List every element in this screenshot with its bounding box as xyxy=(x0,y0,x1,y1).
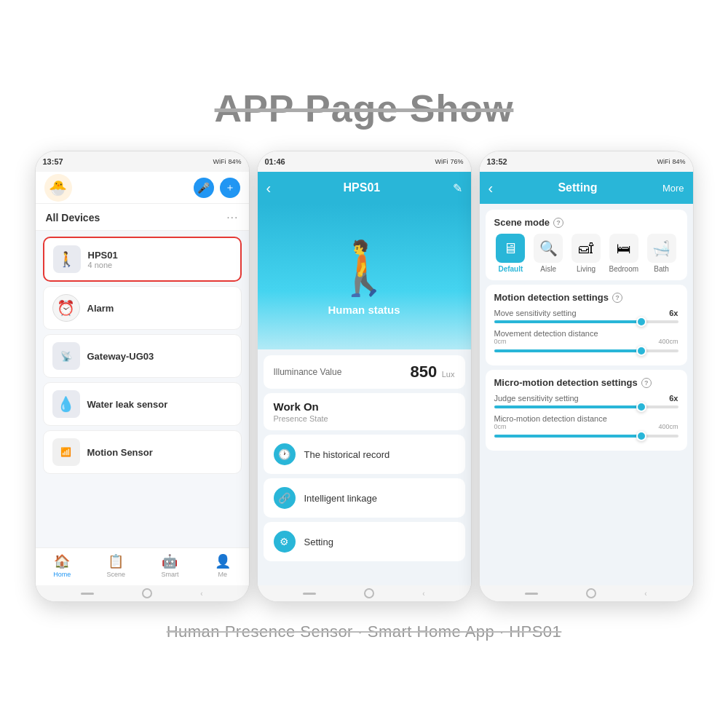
bottom-nav: 🏠 Home 📋 Scene 🤖 Smart 👤 Me xyxy=(36,547,249,585)
device-item-hps01[interactable]: 🚶 HPS01 4 none xyxy=(43,237,242,282)
sensitivity-label: Move sensitivity setting 6x xyxy=(494,309,678,317)
micro-motion-card: Micro-motion detection settings ? Judge … xyxy=(486,370,687,451)
nav-me[interactable]: 👤 Me xyxy=(215,553,231,578)
phone2-content: Illuminance Value 850 Lux Work On Presen… xyxy=(258,349,471,585)
micro-sens-thumb[interactable] xyxy=(636,402,646,412)
device-item-water[interactable]: 💧 Water leak sensor xyxy=(43,382,242,426)
history-icon: 🕐 xyxy=(274,443,296,465)
alarm-icon: ⏰ xyxy=(52,294,80,322)
phone1-status-bar: 13:57 WiFi 84% xyxy=(36,151,249,172)
motion-dist-max: 400cm xyxy=(658,338,678,345)
history-label: The historical record xyxy=(304,449,390,460)
scene-bedroom[interactable]: 🛏 Bedroom xyxy=(607,234,641,273)
me-icon: 👤 xyxy=(215,553,231,569)
work-on-title: Work On xyxy=(274,400,455,413)
bath-mode-label: Bath xyxy=(654,265,669,273)
scene-mode-help-icon[interactable]: ? xyxy=(553,218,563,228)
phone2-gesture-back: ‹ xyxy=(422,590,424,598)
phone2-time: 01:46 xyxy=(265,157,285,166)
motion-distance-range: 0cm 400cm xyxy=(494,338,678,345)
phone1-nav-icons: 🎤 ＋ xyxy=(194,178,240,198)
microphone-button[interactable]: 🎤 xyxy=(194,178,214,198)
phone3-time: 13:52 xyxy=(487,157,507,166)
device-item-motion[interactable]: 📶 Motion Sensor xyxy=(43,430,242,474)
intelligent-linkage-item[interactable]: 🔗 Intelligent linkage xyxy=(264,478,465,518)
motion-distance-slider-section: Movement detection distance 0cm 400cm xyxy=(494,329,678,352)
user-avatar[interactable]: 🐣 xyxy=(44,174,72,202)
add-device-button[interactable]: ＋ xyxy=(220,178,240,198)
history-record-item[interactable]: 🕐 The historical record xyxy=(264,435,465,474)
nav-home[interactable]: 🏠 Home xyxy=(53,553,71,578)
micro-sensitivity-slider[interactable] xyxy=(494,405,678,408)
illuminance-unit: Lux xyxy=(442,370,455,379)
nav-scene[interactable]: 📋 Scene xyxy=(107,553,126,578)
motion-distance-label: Movement detection distance xyxy=(494,329,678,338)
gateway-name: Gateway-UG03 xyxy=(87,351,154,362)
illuminance-value: 850 xyxy=(411,363,438,381)
sensitivity-slider-thumb[interactable] xyxy=(636,317,646,327)
scene-aisle[interactable]: 🔍 Aisle xyxy=(531,234,565,273)
all-devices-title: All Devices xyxy=(46,212,100,223)
phone3-gesture-home xyxy=(586,588,596,598)
hps01-name: HPS01 xyxy=(88,250,118,261)
illuminance-card: Illuminance Value 850 Lux xyxy=(264,355,465,389)
phone3-status-icons: WiFi 84% xyxy=(657,158,685,165)
gesture-lines xyxy=(81,593,94,595)
default-mode-label: Default xyxy=(498,265,523,273)
bedroom-mode-icon: 🛏 xyxy=(609,234,638,263)
phone2-header: ‹ HPS01 ✎ xyxy=(258,172,471,204)
sensitivity-slider-section: Move sensitivity setting 6x xyxy=(494,309,678,323)
illuminance-label: Illuminance Value xyxy=(274,367,342,377)
phone2-hero: 🚶 Human status xyxy=(258,204,471,349)
micro-dist-thumb[interactable] xyxy=(636,431,646,441)
motion-distance-slider[interactable] xyxy=(494,349,678,352)
linkage-label: Intelligent linkage xyxy=(304,493,377,504)
motion-detection-help-icon[interactable]: ? xyxy=(612,293,622,303)
phone3-gesture-lines xyxy=(525,593,538,595)
phone3-wifi: WiFi xyxy=(657,158,670,165)
scene-default[interactable]: 🖥 Default xyxy=(494,234,528,273)
phone3: 13:52 WiFi 84% ‹ Setting More Scene mode… xyxy=(479,151,694,602)
sensitivity-value: 6x xyxy=(669,309,678,317)
gesture-home-button xyxy=(142,588,152,598)
micro-motion-help-icon[interactable]: ? xyxy=(641,378,652,388)
phone2-edit-button[interactable]: ✎ xyxy=(453,181,462,195)
smart-icon: 🤖 xyxy=(162,553,178,569)
motion-name: Motion Sensor xyxy=(87,447,153,458)
device-item-alarm[interactable]: ⏰ Alarm xyxy=(43,286,242,330)
nav-me-label: Me xyxy=(218,571,228,578)
micro-distance-section: Micro-motion detection distance 0cm 400c… xyxy=(494,414,678,438)
scene-icon: 📋 xyxy=(108,553,124,569)
all-devices-more[interactable]: ··· xyxy=(226,211,238,224)
micro-distance-slider[interactable] xyxy=(494,435,678,438)
scene-modes: 🖥 Default 🔍 Aisle 🛋 Living 🛏 Bedroom xyxy=(494,234,678,273)
nav-smart-label: Smart xyxy=(161,571,178,578)
micro-sensitivity-value: 6x xyxy=(669,394,678,403)
default-mode-icon: 🖥 xyxy=(496,234,525,263)
device-item-gateway[interactable]: 📡 Gateway-UG03 xyxy=(43,334,242,378)
phone2-status-bar: 01:46 WiFi 76% xyxy=(258,151,471,172)
scene-living[interactable]: 🛋 Living xyxy=(569,234,603,273)
motion-icon: 📶 xyxy=(52,438,80,466)
presence-state-label: Presence State xyxy=(274,414,455,423)
phone1-status-icons: WiFi 84% xyxy=(213,158,241,165)
motion-dist-thumb[interactable] xyxy=(636,346,646,356)
nav-home-label: Home xyxy=(53,571,71,578)
human-status-label: Human status xyxy=(328,304,400,316)
sensitivity-slider[interactable] xyxy=(494,320,678,323)
phone2: 01:46 WiFi 76% ‹ HPS01 ✎ 🚶 Human status … xyxy=(257,151,472,602)
gateway-info: Gateway-UG03 xyxy=(87,351,154,362)
page-title: APP Page Show xyxy=(215,87,514,130)
setting-item[interactable]: ⚙ Setting xyxy=(264,522,465,561)
phone2-back-button[interactable]: ‹ xyxy=(266,180,272,197)
nav-smart[interactable]: 🤖 Smart xyxy=(161,553,178,578)
phone3-back-button[interactable]: ‹ xyxy=(488,180,494,197)
scene-bath[interactable]: 🛁 Bath xyxy=(645,234,678,273)
water-icon: 💧 xyxy=(52,390,80,418)
scene-mode-title: Scene mode ? xyxy=(494,217,678,228)
phone2-gesture-bar: ‹ xyxy=(258,585,471,601)
phone3-more-button[interactable]: More xyxy=(662,183,684,194)
bath-mode-icon: 🛁 xyxy=(647,234,676,263)
micro-motion-title: Micro-motion detection settings ? xyxy=(494,377,678,388)
nav-scene-label: Scene xyxy=(107,571,126,578)
